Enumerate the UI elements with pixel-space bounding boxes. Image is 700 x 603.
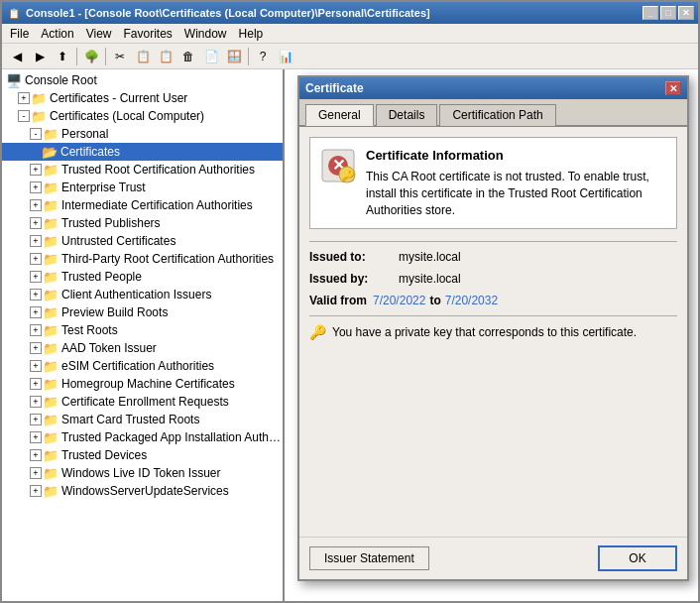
minimize-button[interactable]: _ (642, 6, 658, 20)
tree-item-smart-card-trusted-roots[interactable]: + 📁 Smart Card Trusted Roots (2, 411, 283, 428)
tree-item-console-root[interactable]: 🖥️ Console Root (2, 71, 283, 89)
expand-certs-local-computer[interactable]: - (18, 110, 30, 122)
paste-button[interactable]: 📋 (155, 46, 176, 67)
cert-valid-to-date: 7/20/2032 (445, 294, 498, 307)
tree-item-preview-build-roots[interactable]: + 📁 Preview Build Roots (2, 303, 283, 321)
expand-test-roots[interactable]: + (30, 324, 42, 336)
trusted-publishers-label: Trusted Publishers (61, 216, 161, 230)
console-root-icon: 🖥️ (6, 73, 22, 88)
expand-preview-build-roots[interactable]: + (30, 306, 42, 318)
tab-general[interactable]: General (305, 104, 374, 126)
mmc-window: 📋 Console1 - [Console Root\Certificates … (0, 0, 700, 603)
expand-personal[interactable]: - (30, 128, 42, 140)
tree-item-enterprise-trust[interactable]: + 📁 Enterprise Trust (2, 179, 283, 196)
cert-valid-line: Valid from 7/20/2022 to 7/20/2032 (309, 294, 677, 307)
tree-item-third-party-root-cas[interactable]: + 📁 Third-Party Root Certification Autho… (2, 250, 283, 268)
menu-file[interactable]: File (4, 25, 35, 43)
cert-dialog-title: Certificate (305, 81, 665, 95)
tab-certification-path[interactable]: Certification Path (439, 104, 555, 126)
cert-valid-from-date: 7/20/2022 (373, 294, 425, 307)
menu-favorites[interactable]: Favorites (118, 25, 178, 43)
tree-item-trusted-devices[interactable]: + 📁 Trusted Devices (2, 446, 283, 464)
tree-item-trusted-packaged-app[interactable]: + 📁 Trusted Packaged App Installation Au… (2, 428, 283, 446)
cert-issued-by-label: Issued by: (309, 272, 399, 286)
key-icon: 🔑 (309, 324, 326, 340)
expand-certs-current-user[interactable]: + (18, 92, 30, 104)
export-button[interactable]: 📊 (275, 46, 296, 67)
tree-item-personal[interactable]: - 📁 Personal (2, 125, 283, 143)
tree-item-client-auth-issuers[interactable]: + 📁 Client Authentication Issuers (2, 286, 283, 303)
preview-build-roots-icon: 📁 (43, 305, 58, 320)
expand-trusted-root-cas[interactable]: + (30, 164, 42, 176)
tree-panel[interactable]: 🖥️ Console Root + 📁 Certificates - Curre… (2, 69, 285, 601)
untrusted-certs-icon: 📁 (43, 234, 58, 249)
expand-windows-live-id[interactable]: + (30, 467, 42, 479)
third-party-root-cas-icon: 📁 (43, 252, 58, 267)
issuer-statement-button[interactable]: Issuer Statement (309, 546, 429, 570)
expand-trusted-people[interactable]: + (30, 271, 42, 283)
tree-item-certs-local-computer[interactable]: - 📁 Certificates (Local Computer) (2, 107, 283, 125)
homegroup-machine-certs-icon: 📁 (43, 377, 58, 392)
tree-item-certs-current-user[interactable]: + 📁 Certificates - Current User (2, 89, 283, 107)
tree-item-certificates[interactable]: 📂 Certificates (2, 143, 283, 161)
tab-details[interactable]: Details (376, 104, 438, 126)
cert-valid-to-label: to (429, 294, 440, 307)
tree-item-test-roots[interactable]: + 📁 Test Roots (2, 321, 283, 339)
tree-item-trusted-publishers[interactable]: + 📁 Trusted Publishers (2, 214, 283, 232)
toolbar-separator-1 (76, 48, 77, 65)
expand-client-auth-issuers[interactable]: + (30, 289, 42, 301)
delete-button[interactable]: 🗑 (177, 46, 199, 67)
expand-cert-enrollment-requests[interactable]: + (30, 396, 42, 408)
tree-item-untrusted-certs[interactable]: + 📁 Untrusted Certificates (2, 232, 283, 250)
expand-trusted-packaged-app[interactable]: + (30, 431, 42, 443)
expand-intermediate-cas[interactable]: + (30, 199, 42, 211)
expand-homegroup-machine-certs[interactable]: + (30, 378, 42, 390)
cut-button[interactable]: ✂ (109, 46, 131, 67)
help-button[interactable]: ? (252, 46, 274, 67)
menu-help[interactable]: Help (233, 25, 270, 43)
up-button[interactable]: ⬆ (52, 46, 73, 67)
forward-button[interactable]: ▶ (29, 46, 51, 67)
maximize-button[interactable]: □ (660, 6, 676, 20)
expand-third-party-root-cas[interactable]: + (30, 253, 42, 265)
personal-label: Personal (61, 127, 108, 141)
tree-item-esim-cert-authorities[interactable]: + 📁 eSIM Certification Authorities (2, 357, 283, 375)
back-button[interactable]: ◀ (6, 46, 28, 67)
tree-item-intermediate-cas[interactable]: + 📁 Intermediate Certification Authoriti… (2, 196, 283, 214)
trusted-root-cas-label: Trusted Root Certification Authorities (61, 163, 255, 177)
tree-item-trusted-root-cas[interactable]: + 📁 Trusted Root Certification Authoriti… (2, 161, 283, 179)
cert-key-line: 🔑 You have a private key that correspond… (309, 324, 677, 340)
expand-smart-card-trusted-roots[interactable]: + (30, 414, 42, 425)
aad-token-issuer-label: AAD Token Issuer (61, 341, 157, 355)
tree-item-windows-server-update[interactable]: + 📁 WindowsServerUpdateServices (2, 482, 283, 500)
show-hide-tree-button[interactable]: 🌳 (80, 46, 102, 67)
windows-server-update-icon: 📁 (43, 484, 58, 499)
close-button[interactable]: ✕ (678, 6, 694, 20)
ok-button[interactable]: OK (598, 545, 677, 571)
expand-esim-cert-authorities[interactable]: + (30, 360, 42, 372)
cert-info-text-block: Certificate Information This CA Root cer… (366, 148, 666, 218)
expand-enterprise-trust[interactable]: + (30, 181, 42, 193)
menu-view[interactable]: View (80, 25, 118, 43)
windows-live-id-label: Windows Live ID Token Issuer (61, 466, 221, 480)
expand-trusted-devices[interactable]: + (30, 449, 42, 461)
expand-untrusted-certs[interactable]: + (30, 235, 42, 247)
new-window-button[interactable]: 🪟 (223, 46, 245, 67)
menu-window[interactable]: Window (178, 25, 233, 43)
cert-close-button[interactable]: ✕ (665, 81, 681, 95)
tree-item-homegroup-machine-certs[interactable]: + 📁 Homegroup Machine Certificates (2, 375, 283, 393)
copy-button[interactable]: 📋 (132, 46, 154, 67)
expand-aad-token-issuer[interactable]: + (30, 342, 42, 354)
properties-button[interactable]: 📄 (200, 46, 222, 67)
cert-info-description: This CA Root certificate is not trusted.… (366, 169, 666, 218)
tree-item-trusted-people[interactable]: + 📁 Trusted People (2, 268, 283, 286)
tree-item-cert-enrollment-requests[interactable]: + 📁 Certificate Enrollment Requests (2, 393, 283, 411)
certs-local-computer-label: Certificates (Local Computer) (50, 109, 204, 123)
tree-item-windows-live-id[interactable]: + 📁 Windows Live ID Token Issuer (2, 464, 283, 482)
aad-token-issuer-icon: 📁 (43, 341, 58, 356)
expand-windows-server-update[interactable]: + (30, 485, 42, 497)
tree-item-aad-token-issuer[interactable]: + 📁 AAD Token Issuer (2, 339, 283, 357)
menu-action[interactable]: Action (35, 25, 79, 43)
third-party-root-cas-label: Third-Party Root Certification Authoriti… (61, 252, 274, 266)
expand-trusted-publishers[interactable]: + (30, 217, 42, 229)
